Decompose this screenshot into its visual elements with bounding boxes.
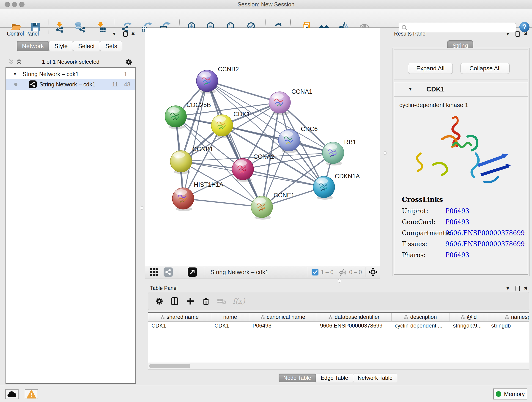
title-bar: Session: New Session <box>0 0 532 9</box>
tab-node-table[interactable]: Node Table <box>279 374 316 382</box>
crosslink-link[interactable]: 9606.ENSP00000378699 <box>445 240 525 248</box>
edge-CCNB2-CCNA1[interactable] <box>207 81 280 102</box>
import-network-file-button[interactable] <box>53 21 66 33</box>
crosslink-link[interactable]: P06493 <box>445 251 469 259</box>
result-card-header[interactable]: ▼ CDK1 <box>394 82 528 97</box>
gene-description: cyclin-dependent kinase 1 <box>399 102 468 109</box>
crosslinks-section: CrossLinks Uniprot:P06493GeneCard:P06493… <box>402 196 525 259</box>
result-card-cdk1: ▼ CDK1 cyclin-dependent kinase 1 CrossLi… <box>394 82 528 274</box>
control-panel-float-icon[interactable] <box>123 32 128 37</box>
network-graph: CCNB2CCNA1CDC25BCDK1CDC6RB1CCNB1CCNA2CDK… <box>145 28 380 266</box>
network-view-canvas[interactable]: CCNB2CCNA1CDC25BCDK1CDC6RB1CCNB1CCNA2CDK… <box>145 28 380 266</box>
collapse-triangle-icon[interactable]: ▼ <box>13 71 17 77</box>
network-node-CDC25B[interactable] <box>165 106 186 129</box>
netbar-separator <box>180 267 180 277</box>
column-header-namespace[interactable]: namespace <box>488 313 529 321</box>
cloud-button[interactable] <box>5 389 19 399</box>
import-table-file-button[interactable] <box>95 21 107 33</box>
table-h-scrollbar[interactable] <box>148 363 529 369</box>
search-input[interactable] <box>408 24 509 31</box>
network-node-CCNA1[interactable] <box>269 92 291 115</box>
table-panel-close-icon[interactable]: ✖ <box>524 286 528 291</box>
network-list-toolbar: 1 of 1 Network selected <box>6 57 136 67</box>
add-column-icon[interactable] <box>186 297 195 306</box>
search-icon <box>401 24 408 31</box>
left-divider-handle[interactable] <box>140 206 143 210</box>
show-columns-icon[interactable] <box>170 297 179 306</box>
right-divider-handle[interactable] <box>383 151 386 155</box>
network-node-CCNA2[interactable] <box>232 158 254 182</box>
crosslinks-title: CrossLinks <box>402 196 525 204</box>
open-in-browser-button[interactable] <box>188 268 197 277</box>
control-panel-close-icon[interactable]: ✖ <box>131 31 135 37</box>
warning-icon <box>27 390 36 399</box>
network-view-title: String Network – cdk1 <box>210 268 268 277</box>
column-header-database-identifier[interactable]: database identifier <box>317 313 392 321</box>
node-count: 11 <box>112 81 118 88</box>
memory-status-dot-icon <box>496 391 501 397</box>
collection-label: String Network – cdk1 <box>23 71 79 77</box>
crosslink-label: Pharos: <box>402 251 445 259</box>
tab-network-table[interactable]: Network Table <box>353 374 398 382</box>
string-badge-button[interactable] <box>164 268 173 277</box>
import-network-database-button[interactable] <box>73 21 86 33</box>
tab-select[interactable]: Select <box>73 41 100 51</box>
collapse-all-button[interactable]: Collapse All <box>461 63 510 74</box>
network-row-selected[interactable]: String Network – cdk1 11 48 <box>6 79 135 89</box>
network-collection-row[interactable]: ▼ String Network – cdk1 1 <box>6 69 135 79</box>
tab-style[interactable]: Style <box>49 41 73 51</box>
network-node-CCNE1[interactable] <box>251 196 273 220</box>
edge-CCNB2-HIST1H1A[interactable] <box>183 81 207 198</box>
table-panel-float-icon[interactable] <box>515 286 520 291</box>
node-label-CDKN1A: CDKN1A <box>335 173 360 180</box>
table-cell[interactable]: CDK1 <box>148 322 211 330</box>
table-gear-icon[interactable] <box>155 297 164 306</box>
network-node-RB1[interactable] <box>322 142 344 166</box>
horizontal-divider-handle[interactable] <box>338 279 341 283</box>
birdseye-grid-button[interactable] <box>149 268 158 277</box>
collapse-triangle-icon[interactable]: ▼ <box>408 86 413 92</box>
table-cell[interactable]: stringdb:9... <box>450 322 488 330</box>
table-cell[interactable]: P06493 <box>249 322 317 330</box>
table-cell[interactable]: CDK1 <box>211 322 249 330</box>
crosslink-link[interactable]: P06493 <box>445 207 469 215</box>
results-panel-close-icon[interactable]: ✖ <box>524 31 528 37</box>
table-panel-menu-icon[interactable]: ▼ <box>505 286 510 291</box>
network-node-CDKN1A[interactable] <box>313 176 335 200</box>
results-panel-float-icon[interactable] <box>515 32 520 37</box>
share-badge-icon <box>164 268 173 277</box>
edge-CCNA2-CDKN1A[interactable] <box>243 169 324 187</box>
selected-checkbox-icon[interactable] <box>312 268 318 277</box>
column-header-description[interactable]: description <box>392 313 450 321</box>
table-cell[interactable]: cyclin-dependent ... <box>392 322 450 330</box>
pan-tool-button[interactable] <box>368 268 378 277</box>
column-header-canonical-name[interactable]: canonical name <box>249 313 317 321</box>
edge-HIST1H1A-CCNE1[interactable] <box>183 198 262 207</box>
network-node-CDC6[interactable] <box>278 129 300 153</box>
expand-all-button[interactable]: Expand All <box>408 63 453 74</box>
tab-edge-table[interactable]: Edge Table <box>316 374 353 382</box>
crosslink-link[interactable]: P06493 <box>445 218 469 225</box>
network-node-HIST1H1A[interactable] <box>172 188 194 211</box>
column-header-shared-name[interactable]: shared name <box>148 313 211 321</box>
node-label-HIST1H1A: HIST1H1A <box>194 181 223 188</box>
warnings-button[interactable] <box>25 389 38 399</box>
tab-sets[interactable]: Sets <box>100 41 122 51</box>
table-row[interactable]: CDK1CDK1P064939606.ENSP00000378699cyclin… <box>148 322 529 330</box>
column-header-name[interactable]: name <box>211 313 249 321</box>
table-cell[interactable]: 9606.ENSP00000378699 <box>317 322 392 330</box>
column-header-@id[interactable]: @id <box>450 313 488 321</box>
results-panel-menu-icon[interactable]: ▼ <box>505 31 510 37</box>
crosslink-link[interactable]: 9606.ENSP00000378699 <box>445 230 525 236</box>
network-node-CDK1[interactable] <box>211 115 233 138</box>
delete-row-icon[interactable] <box>201 297 210 306</box>
control-panel-menu-icon[interactable]: ▼ <box>112 31 117 37</box>
help-icon: ? <box>519 22 530 32</box>
memory-button[interactable]: Memory <box>493 389 527 400</box>
scrollbar-thumb[interactable] <box>149 364 190 368</box>
table-cell[interactable]: stringdb <box>488 322 529 330</box>
crosslink-label: Uniprot: <box>402 207 445 215</box>
tab-network[interactable]: Network <box>17 41 49 51</box>
gear-icon[interactable] <box>125 58 133 67</box>
crosslink-row: GeneCard:P06493 <box>402 218 525 225</box>
